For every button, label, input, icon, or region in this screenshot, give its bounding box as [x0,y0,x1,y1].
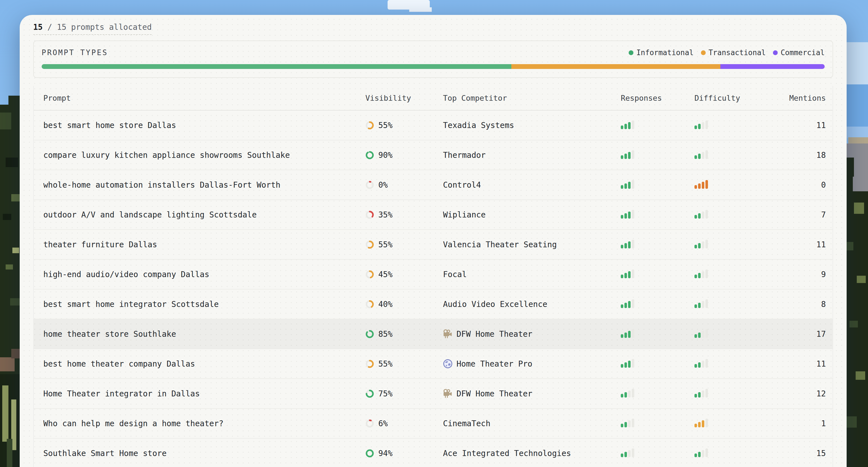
visibility-ring-icon [365,181,374,189]
mentions-count: 18 [768,151,826,160]
table-row[interactable]: Who can help me design a home theater? 6… [34,409,833,439]
mentions-count: 17 [768,330,826,339]
difficulty-bars-icon [694,328,708,338]
competitor-cell: Valencia Theater Seating [443,240,621,249]
visibility-cell: 55% [365,240,443,249]
legend-item: Commercial [773,49,825,57]
competitor-name: Focal [443,270,467,279]
prompt-text: Who can help me design a home theater? [43,419,365,428]
table-row[interactable]: best smart home store Dallas 55% [34,111,833,141]
prompt-types-stacked-bar [42,64,825,69]
legend-dot-icon [701,50,706,55]
table-row[interactable]: whole-home automation installers Dallas-… [34,170,833,200]
visibility-ring-icon [365,300,374,309]
prompt-text: compare luxury kitchen appliance showroo… [43,151,365,160]
responses-bars-icon [621,120,634,129]
responses-cell [621,149,694,161]
table-row[interactable]: home theater store Southlake 85% [34,319,833,349]
prompt-text: theater furniture Dallas [43,240,365,249]
col-header-prompt: Prompt [43,94,365,102]
visibility-cell: 0% [365,180,443,190]
difficulty-cell [694,149,768,161]
responses-bars-icon [621,358,634,368]
difficulty-cell [694,328,768,340]
pixel-trees-left [0,0,21,467]
prompt-text: whole-home automation installers Dallas-… [43,180,365,190]
prompt-types-legend: InformationalTransactionalCommercial [629,49,825,57]
table-row[interactable]: Southlake Smart Home store 94% [34,439,833,467]
visibility-percent: 55% [378,121,393,130]
competitor-cell: Wipliance [443,210,621,219]
competitor-name: DFW Home Theater [457,389,532,398]
responses-bars-icon [621,269,634,278]
responses-cell [621,328,694,340]
responses-cell [621,418,694,429]
table-row[interactable]: compare luxury kitchen appliance showroo… [34,141,833,170]
table-row[interactable]: outdoor A/V and landscape lighting Scott… [34,200,833,230]
competitor-name: Valencia Theater Seating [443,240,557,249]
visibility-ring-icon [365,419,374,428]
col-header-competitor: Top Competitor [443,94,621,102]
table-row[interactable]: best smart home integrator Scottsdale 40… [34,289,833,319]
responses-cell [621,239,694,250]
col-header-difficulty: Difficulty [694,94,768,102]
prompt-text: high-end audio/video company Dallas [43,270,365,279]
difficulty-bars-icon [694,418,708,427]
visibility-cell: 75% [365,389,443,398]
visibility-percent: 55% [378,240,393,249]
mentions-count: 11 [768,240,826,249]
visibility-ring-icon [365,330,374,338]
competitor-cell: DFW Home Theater [443,389,621,398]
table-row[interactable]: Home Theater integrator in Dallas 75% [34,379,833,409]
responses-cell [621,388,694,400]
col-header-responses: Responses [621,94,694,102]
mentions-count: 9 [768,270,826,279]
visibility-ring-icon [365,240,374,249]
visibility-cell: 40% [365,300,443,309]
bar-segment-transactional [512,64,720,69]
visibility-ring-icon [365,390,374,398]
responses-cell [621,120,694,131]
responses-bars-icon [621,388,634,398]
difficulty-bars-icon [694,239,708,248]
mentions-count: 1 [768,419,826,428]
mentions-count: 15 [768,449,826,458]
bar-segment-commercial [720,64,825,69]
mentions-count: 0 [768,180,826,190]
visibility-cell: 90% [365,151,443,160]
col-header-mentions: Mentions [768,94,826,102]
competitor-name: DFW Home Theater [457,330,532,339]
legend-dot-icon [773,50,778,55]
col-header-visibility: Visibility [365,94,443,102]
difficulty-cell [694,239,768,250]
visibility-ring-icon [365,449,374,458]
movie-camera-icon [443,329,453,339]
responses-cell [621,358,694,370]
mentions-count: 11 [768,359,826,369]
difficulty-cell [694,209,768,221]
visibility-cell: 55% [365,359,443,369]
visibility-ring-icon [365,360,374,368]
difficulty-bars-icon [694,209,708,219]
prompt-types-label: PROMPT TYPES [42,49,108,57]
responses-bars-icon [621,239,634,248]
table-row[interactable]: high-end audio/video company Dallas 45% [34,260,833,289]
competitor-name: Audio Video Excellence [443,300,547,309]
difficulty-bars-icon [694,299,708,308]
bar-segment-informational [42,64,512,69]
competitor-name: Thermador [443,151,486,160]
difficulty-cell [694,447,768,459]
table-row[interactable]: theater furniture Dallas 55% [34,230,833,260]
difficulty-cell [694,418,768,429]
visibility-cell: 45% [365,270,443,279]
allocated-text: / 15 prompts allocated [43,23,152,32]
prompts-allocated-counter: 15 / 15 prompts allocated [33,22,152,35]
visibility-cell: 94% [365,449,443,458]
table-row[interactable]: best home theater company Dallas 55% [34,349,833,379]
difficulty-cell [694,120,768,131]
visibility-percent: 90% [378,151,393,160]
prompt-text: best home theater company Dallas [43,359,365,369]
responses-cell [621,269,694,280]
difficulty-cell [694,299,768,310]
visibility-percent: 35% [378,210,393,219]
